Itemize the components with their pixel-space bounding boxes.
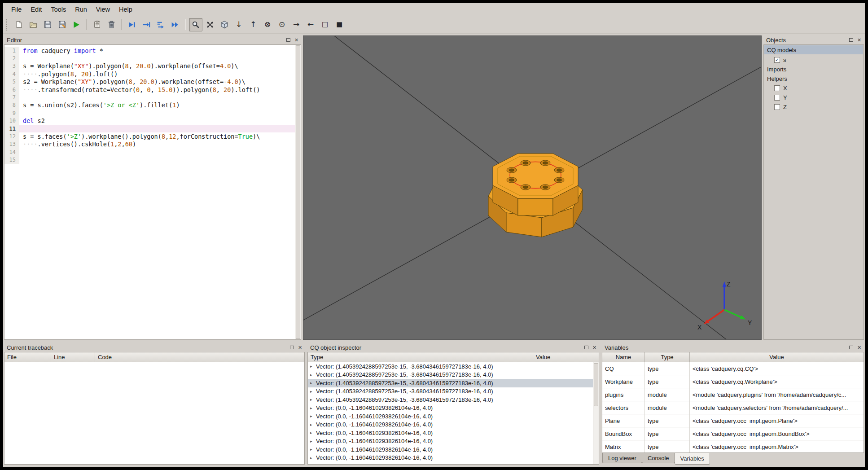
code-line[interactable]: 11	[4, 125, 295, 132]
code-line[interactable]: 10del s2	[4, 117, 295, 125]
fit-button[interactable]	[203, 18, 217, 31]
code-line[interactable]: 14	[4, 148, 295, 156]
cad-model[interactable]	[488, 154, 583, 237]
expand-icon[interactable]: ▸	[310, 422, 315, 427]
checkbox[interactable]	[774, 104, 780, 110]
code-line[interactable]: 12s = s.faces('>Z').workplane().polygon(…	[4, 132, 295, 140]
variable-row[interactable]: BoundBoxtype<class 'cadquery.occ_impl.ge…	[602, 427, 864, 440]
inspector-row[interactable]: ▸Vector: (0.0, -1.1604610293826104e-16, …	[308, 445, 593, 454]
iso-view-button[interactable]	[218, 18, 231, 31]
menu-item-file[interactable]: File	[7, 4, 26, 15]
checkbox[interactable]: ✓	[774, 57, 780, 63]
inspector-row[interactable]: ▸Vector: (0.0, -1.1604610293826104e-16, …	[308, 429, 593, 437]
code-line[interactable]: 3s = Workplane("XY").polygon(8, 20.0).wo…	[4, 62, 295, 70]
column-header-line[interactable]: Line	[51, 352, 95, 362]
tree-item-helpers[interactable]: Helpers	[764, 74, 864, 83]
menu-item-edit[interactable]: Edit	[26, 4, 46, 15]
expand-icon[interactable]: ▸	[310, 397, 315, 402]
menu-item-view[interactable]: View	[92, 4, 114, 15]
tree-group-cq-models[interactable]: CQ models	[764, 45, 863, 54]
save-as-button[interactable]	[55, 18, 69, 31]
tree-item-s[interactable]: ✓s	[764, 55, 864, 65]
float-button[interactable]	[289, 344, 295, 351]
code-editor[interactable]: 1from cadquery import *23s = Workplane("…	[4, 44, 301, 340]
variable-row[interactable]: selectorsmodule<module 'cadquery.selecto…	[602, 401, 864, 414]
3d-viewport[interactable]: Z X Y	[303, 35, 762, 340]
new-button[interactable]	[12, 18, 26, 31]
inspector-row[interactable]: ▸Vector: (0.0, -1.1604610293826104e-16, …	[308, 404, 593, 413]
variables-rows[interactable]: CQtype<class 'cadquery.cq.CQ'>Workplanet…	[602, 362, 864, 452]
column-header-value[interactable]: Value	[533, 352, 599, 362]
back-view-button[interactable]: ⊙	[275, 18, 289, 31]
expand-icon[interactable]: ▸	[310, 381, 315, 385]
column-header-type[interactable]: Type	[308, 352, 533, 362]
front-view-button[interactable]: ⊗	[261, 18, 274, 31]
shaded-button[interactable]: ■	[333, 18, 346, 31]
tab-log-viewer[interactable]: Log viewer	[602, 453, 642, 463]
menu-item-help[interactable]: Help	[114, 4, 137, 15]
inspector-row[interactable]: ▸Vector: (1.4053924288597253e-15, -3.680…	[308, 362, 593, 371]
inspector-scrollbar[interactable]	[593, 362, 599, 464]
variable-row[interactable]: Matrixtype<class 'cadquery.occ_impl.geom…	[602, 440, 864, 453]
close-button[interactable]: ✕	[591, 344, 598, 351]
tree-item-imports[interactable]: Imports	[764, 65, 864, 74]
inspector-row[interactable]: ▸Vector: (0.0, -1.1604610293826104e-16, …	[308, 421, 593, 429]
close-button[interactable]: ✕	[297, 344, 303, 351]
inspector-row[interactable]: ▸Vector: (0.0, -1.1604610293826104e-16, …	[308, 437, 593, 446]
code-line[interactable]: 7	[4, 93, 295, 101]
float-button[interactable]	[848, 344, 855, 351]
code-line[interactable]: 5s2 = Workplane("XY").polygon(8, 20.0).w…	[4, 78, 295, 86]
code-line[interactable]: 6····.transformed(rotate=Vector(0, 0, 15…	[4, 86, 295, 93]
close-button[interactable]: ✕	[856, 344, 863, 351]
variable-row[interactable]: CQtype<class 'cadquery.cq.CQ'>	[602, 362, 864, 375]
tree-item-z[interactable]: Z	[764, 102, 864, 112]
toolbar-handle[interactable]	[6, 19, 9, 31]
scrollbar-thumb[interactable]	[296, 45, 300, 339]
variable-row[interactable]: pluginsmodule<module 'cadquery.plugins' …	[602, 388, 864, 401]
expand-icon[interactable]: ▸	[310, 373, 315, 377]
debug-button[interactable]	[125, 18, 139, 31]
float-button[interactable]	[583, 344, 590, 351]
zoom-button[interactable]	[189, 18, 202, 31]
code-line[interactable]: 2	[4, 54, 295, 62]
column-header-name[interactable]: Name	[602, 352, 645, 362]
expand-icon[interactable]: ▸	[310, 406, 315, 410]
code-line[interactable]: 4····.polygon(8, 20).loft()	[4, 70, 295, 78]
inspector-row[interactable]: ▸Vector: (1.4053924288597253e-15, -3.680…	[308, 379, 593, 387]
column-header-value[interactable]: Value	[690, 352, 864, 362]
checkbox[interactable]	[774, 85, 780, 91]
expand-icon[interactable]: ▸	[310, 364, 315, 369]
tab-variables[interactable]: Variables	[675, 453, 710, 465]
menu-item-tools[interactable]: Tools	[46, 4, 70, 15]
inspector-row[interactable]: ▸Vector: (0.0, -1.1604610293826104e-16, …	[308, 454, 593, 462]
inspector-row[interactable]: ▸Vector: (0.0, -1.1604610293826104e-16, …	[308, 412, 593, 421]
traceback-body[interactable]	[4, 362, 304, 464]
code-line[interactable]: 15	[4, 156, 295, 163]
code-line[interactable]: 1from cadquery import *	[4, 47, 295, 54]
expand-icon[interactable]: ▸	[310, 439, 315, 444]
expand-icon[interactable]: ▸	[310, 430, 315, 435]
right-view-button[interactable]: ←	[304, 18, 317, 31]
step-in-button[interactable]	[154, 18, 167, 31]
expand-icon[interactable]: ▸	[310, 456, 315, 460]
close-button[interactable]: ✕	[293, 37, 300, 44]
step-button[interactable]	[140, 18, 153, 31]
continue-button[interactable]	[168, 18, 182, 31]
code-line[interactable]: 13····.vertices().cskHole(1,2,60)	[4, 141, 295, 148]
bottom-view-button[interactable]: ↑	[246, 18, 260, 31]
wireframe-button[interactable]: □	[318, 18, 332, 31]
tab-console[interactable]: Console	[642, 453, 675, 463]
save-button[interactable]	[41, 18, 54, 31]
column-header-type[interactable]: Type	[645, 352, 690, 362]
inspector-row[interactable]: ▸Vector: (1.4053924288597253e-15, -3.680…	[308, 395, 593, 404]
scrollbar-thumb[interactable]	[594, 363, 598, 406]
code-line[interactable]: 9	[4, 109, 295, 117]
checkbox[interactable]	[774, 95, 780, 101]
inspector-row[interactable]: ▸Vector: (1.4053924288597253e-15, -3.680…	[308, 371, 593, 379]
top-view-button[interactable]: ↓	[232, 18, 245, 31]
close-button[interactable]: ✕	[856, 37, 863, 44]
code-line[interactable]: 8s = s.union(s2).faces('>Z or <Z').fille…	[4, 101, 295, 109]
render-button[interactable]	[70, 18, 83, 31]
float-button[interactable]	[848, 37, 855, 44]
code-area[interactable]: 1from cadquery import *23s = Workplane("…	[4, 45, 295, 339]
